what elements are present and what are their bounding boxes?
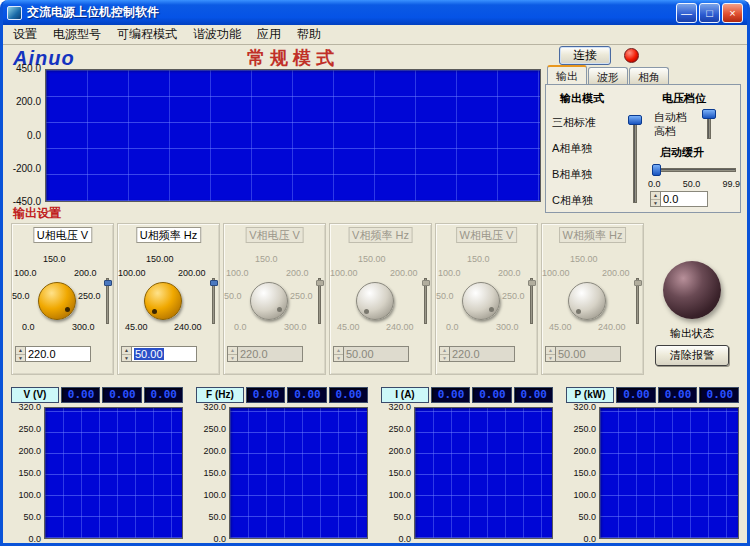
axis-tick-label: 50.0	[566, 512, 596, 522]
slider-thumb[interactable]	[702, 109, 716, 119]
spin-up-icon: ▲	[546, 347, 555, 355]
slider-thumb[interactable]	[652, 164, 661, 176]
tab-output[interactable]: 输出	[547, 65, 587, 84]
spin-up-icon: ▲	[228, 347, 237, 355]
output-mode-option[interactable]: A相单独	[552, 141, 592, 156]
knob-scale-label: 100.0	[226, 268, 249, 278]
meter-value: 0.00	[144, 387, 183, 403]
phase-chart: 320.0250.0200.0150.0100.050.00.0	[196, 407, 368, 539]
soft-start-slider[interactable]	[652, 163, 736, 177]
phase-chart: 320.0250.0200.0150.0100.050.00.0	[381, 407, 553, 539]
knob-title: W相频率 Hz	[559, 227, 627, 243]
menu-item-3[interactable]: 谐波功能	[185, 24, 249, 45]
value-field[interactable]: 0.0	[661, 191, 708, 207]
maximize-button[interactable]: □	[699, 3, 720, 23]
knob-scale-label: 45.00	[337, 322, 360, 332]
meter-value: 0.00	[287, 387, 326, 403]
close-icon: ×	[729, 7, 735, 19]
menu-item-0[interactable]: 设置	[5, 24, 45, 45]
knob-title: V相电压 V	[245, 227, 304, 243]
knob[interactable]	[144, 282, 182, 320]
knob-title: U相频率 Hz	[136, 227, 201, 243]
voltage-range-option[interactable]: 自动档	[654, 110, 687, 125]
slider-track[interactable]	[652, 168, 736, 172]
slider-track[interactable]	[633, 115, 637, 203]
minimize-button[interactable]: —	[676, 3, 697, 23]
menu-item-2[interactable]: 可编程模式	[109, 24, 185, 45]
knob-value-input[interactable]: ▲▼220.0	[15, 346, 91, 362]
output-mode-option[interactable]: C相单独	[552, 193, 593, 208]
output-status-label: 输出状态	[651, 326, 733, 341]
soft-start-value-input[interactable]: ▲ ▼ 0.0	[650, 191, 708, 207]
knob-value-input[interactable]: ▲▼50.00	[121, 346, 197, 362]
meter-value: 0.00	[246, 387, 285, 403]
value-field[interactable]: 220.0	[26, 346, 91, 362]
knob-pointer-icon	[277, 307, 282, 312]
spin-down-icon[interactable]: ▼	[16, 355, 25, 362]
knob-scale-label: 300.0	[496, 322, 519, 332]
output-mode-slider[interactable]	[628, 115, 642, 203]
axis-tick-label: 0.0	[196, 534, 226, 543]
tab-waveform[interactable]: 波形	[588, 67, 628, 84]
knob-panel: W相频率 Hz100.00150.00200.0045.00240.00▲▼50…	[541, 223, 644, 375]
menu-item-4[interactable]: 应用	[249, 24, 289, 45]
chart-plot-area	[44, 407, 183, 539]
output-mode-option[interactable]: 三相标准	[552, 115, 596, 130]
spinner[interactable]: ▲▼	[15, 346, 26, 362]
knob	[462, 282, 500, 320]
axis-tick-label: 100.0	[566, 490, 596, 500]
menu-item-1[interactable]: 电源型号	[45, 24, 109, 45]
knob-scale-label: 200.00	[602, 268, 630, 278]
connect-button[interactable]: 连接	[559, 46, 611, 65]
slider-thumb[interactable]	[210, 280, 218, 286]
axis-tick-label: 320.0	[566, 402, 596, 412]
meter-display: 0.000.000.00	[616, 387, 739, 403]
maximize-icon: □	[706, 7, 713, 19]
voltage-range-option[interactable]: 高档	[654, 124, 676, 139]
clear-alarm-button[interactable]: 清除报警	[655, 345, 729, 366]
slider-thumb[interactable]	[104, 280, 112, 286]
fine-adjust-slider[interactable]	[210, 278, 218, 324]
spin-up-icon[interactable]: ▲	[651, 192, 660, 200]
meter-display: 0.000.000.00	[431, 387, 553, 403]
knob-pointer-icon	[65, 307, 70, 312]
voltage-range-slider[interactable]	[702, 109, 716, 139]
axis-tick-label: -200.0	[11, 164, 41, 174]
spinner[interactable]: ▲ ▼	[650, 191, 661, 207]
axis-tick-label: 150.0	[381, 468, 411, 478]
value-field[interactable]: 50.00	[132, 346, 197, 362]
slider-thumb[interactable]	[628, 115, 642, 125]
spin-down-icon[interactable]: ▼	[122, 355, 131, 362]
meter-label: P (kW)	[566, 387, 614, 403]
spinner[interactable]: ▲▼	[121, 346, 132, 362]
axis-tick-label: 250.0	[196, 424, 226, 434]
knob-scale-label: 300.0	[284, 322, 307, 332]
spin-up-icon[interactable]: ▲	[16, 347, 25, 355]
menu-item-5[interactable]: 帮助	[289, 24, 329, 45]
output-mode-option[interactable]: B相单独	[552, 167, 592, 182]
knob-scale-label: 100.0	[438, 268, 461, 278]
meter-value: 0.00	[329, 387, 368, 403]
knob-scale-label: 150.0	[43, 254, 66, 264]
close-button[interactable]: ×	[722, 3, 743, 23]
axis-tick-label: 450.0	[11, 64, 41, 74]
knob-scale-label: 250.0	[78, 291, 101, 301]
axis-tick-label: 200.0	[11, 97, 41, 107]
tab-phase-angle[interactable]: 相角	[629, 67, 669, 84]
axis-tick-label: 0.0	[11, 131, 41, 141]
window-titlebar[interactable]: 交流电源上位机控制软件 — □ ×	[3, 0, 747, 25]
spin-down-icon[interactable]: ▼	[651, 200, 660, 207]
spin-up-icon[interactable]: ▲	[122, 347, 131, 355]
meter-value: 0.00	[699, 387, 739, 403]
axis-tick-label: 320.0	[381, 402, 411, 412]
meter-label: I (A)	[381, 387, 429, 403]
knob-scale-label: 100.00	[330, 268, 358, 278]
knob-scale-label: 100.00	[542, 268, 570, 278]
meter-label: V (V)	[11, 387, 59, 403]
fine-adjust-slider[interactable]	[104, 278, 112, 324]
meter-value: 0.00	[61, 387, 100, 403]
meter-value: 0.00	[472, 387, 511, 403]
knob[interactable]	[38, 282, 76, 320]
knob	[356, 282, 394, 320]
meter-value: 0.00	[514, 387, 553, 403]
